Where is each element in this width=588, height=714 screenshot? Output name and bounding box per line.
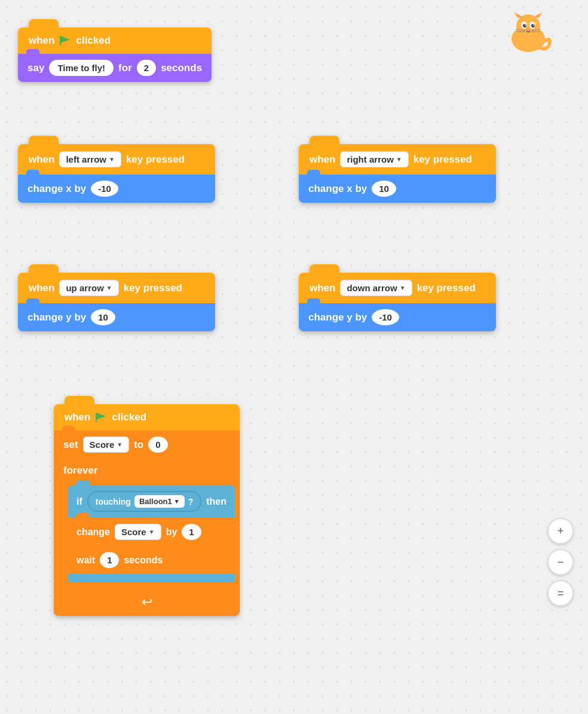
- wait-label: wait: [76, 555, 95, 566]
- hat-block-right[interactable]: when right arrow ▼ key pressed: [299, 144, 496, 175]
- pressed-label-3: key pressed: [414, 154, 472, 166]
- when-label-1: when: [29, 35, 54, 47]
- svg-marker-18: [60, 36, 70, 43]
- svg-point-8: [523, 24, 526, 28]
- zoom-controls: + − =: [547, 518, 574, 606]
- hat-block-up[interactable]: when up arrow ▼ key pressed: [18, 273, 215, 303]
- change-score-block[interactable]: change Score ▼ by 1: [68, 518, 235, 546]
- change-y-up-block[interactable]: change y by 10: [18, 303, 215, 331]
- clicked-label-1: clicked: [76, 35, 111, 47]
- then-label: then: [206, 496, 226, 507]
- seconds-val-1[interactable]: 2: [137, 60, 156, 76]
- when-label-5: when: [310, 282, 335, 294]
- set-label: set: [63, 439, 78, 451]
- forever-block[interactable]: forever: [54, 459, 240, 483]
- svg-marker-20: [96, 413, 106, 420]
- change-y-down-block[interactable]: change y by -10: [299, 303, 496, 331]
- change-x-left-val[interactable]: -10: [91, 181, 118, 197]
- touching-label: touching: [96, 497, 131, 506]
- flag-icon-6: [95, 411, 107, 423]
- set-score-block[interactable]: set Score ▼ to 0: [54, 431, 240, 459]
- svg-point-9: [531, 24, 535, 28]
- svg-point-12: [526, 29, 530, 31]
- hat-block-down[interactable]: when down arrow ▼ key pressed: [299, 273, 496, 303]
- left-arrow-dropdown[interactable]: left arrow ▼: [59, 151, 121, 167]
- question-mark: ?: [188, 497, 194, 506]
- score-val[interactable]: 0: [148, 437, 167, 453]
- right-arrow-dropdown[interactable]: right arrow ▼: [340, 151, 408, 167]
- forever-label: forever: [63, 465, 98, 477]
- say-label: say: [27, 62, 44, 74]
- change-x-left-label: change x by: [27, 183, 86, 195]
- if-label: if: [76, 496, 82, 507]
- group-left-arrow: when left arrow ▼ key pressed change x b…: [18, 135, 215, 203]
- when-label-4: when: [29, 282, 54, 294]
- zoom-in-button[interactable]: +: [547, 518, 574, 544]
- change-y-up-label: change y by: [27, 312, 86, 324]
- change-x-right-block[interactable]: change x by 10: [299, 175, 496, 203]
- up-arrow-dropdown[interactable]: up arrow ▼: [59, 280, 118, 296]
- group-flag-clicked-1: when clicked say Time to fly! for 2 seco…: [18, 18, 212, 82]
- forever-bottom: ↩: [54, 588, 240, 616]
- loop-arrow-icon: ↩: [142, 594, 152, 610]
- message-pill[interactable]: Time to fly!: [49, 60, 114, 76]
- change-y-up-val[interactable]: 10: [91, 309, 115, 325]
- if-block-header[interactable]: if touching Balloon1 ▼ ? then: [68, 485, 235, 518]
- group-down-arrow: when down arrow ▼ key pressed change y b…: [299, 263, 496, 331]
- pressed-label-2: key pressed: [126, 154, 185, 166]
- if-block-bottom-cap: [68, 574, 235, 582]
- svg-point-11: [533, 25, 534, 26]
- balloon-dropdown[interactable]: Balloon1 ▼: [134, 495, 185, 508]
- say-block[interactable]: say Time to fly! for 2 seconds: [18, 54, 212, 82]
- score-var-dropdown[interactable]: Score ▼: [83, 437, 130, 453]
- forever-inner: if touching Balloon1 ▼ ? then c: [54, 483, 240, 588]
- when-label-3: when: [310, 154, 335, 166]
- hat-block-left[interactable]: when left arrow ▼ key pressed: [18, 144, 215, 175]
- change-score-val[interactable]: 1: [182, 524, 201, 540]
- scratch-canvas: when clicked say Time to fly! for 2 seco…: [0, 0, 588, 714]
- group-score: when clicked set Score ▼ to 0: [54, 395, 240, 616]
- change-label: change: [76, 527, 110, 538]
- svg-point-1: [516, 14, 540, 38]
- pressed-label-5: key pressed: [417, 282, 476, 294]
- pressed-label-4: key pressed: [124, 282, 182, 294]
- hat-block-6[interactable]: when clicked: [54, 404, 240, 431]
- wait-block[interactable]: wait 1 seconds: [68, 546, 235, 574]
- hat-block-1[interactable]: when clicked: [18, 28, 212, 54]
- zoom-out-button[interactable]: −: [547, 549, 574, 575]
- clicked-label-6: clicked: [112, 411, 146, 423]
- by-label: by: [166, 527, 177, 538]
- change-x-right-val[interactable]: 10: [372, 181, 396, 197]
- group-up-arrow: when up arrow ▼ key pressed change y by …: [18, 263, 215, 331]
- when-label-6: when: [65, 411, 90, 423]
- touching-condition[interactable]: touching Balloon1 ▼ ?: [87, 491, 201, 512]
- change-x-left-block[interactable]: change x by -10: [18, 175, 215, 203]
- change-y-down-val[interactable]: -10: [372, 309, 399, 325]
- when-label-2: when: [29, 154, 54, 166]
- change-x-right-label: change x by: [308, 183, 367, 195]
- wait-val[interactable]: 1: [100, 552, 119, 568]
- scratch-cat: [504, 12, 552, 54]
- change-y-down-label: change y by: [308, 312, 367, 324]
- wait-seconds-label: seconds: [124, 555, 163, 566]
- flag-icon-1: [59, 35, 71, 47]
- svg-point-10: [525, 25, 526, 26]
- down-arrow-dropdown[interactable]: down arrow ▼: [340, 280, 412, 296]
- seconds-label-1: seconds: [161, 62, 202, 74]
- to-label: to: [134, 439, 143, 451]
- score-change-dropdown[interactable]: Score ▼: [115, 524, 161, 540]
- for-label: for: [118, 62, 132, 74]
- zoom-fit-button[interactable]: =: [547, 580, 574, 606]
- group-right-arrow: when right arrow ▼ key pressed change x …: [299, 135, 496, 203]
